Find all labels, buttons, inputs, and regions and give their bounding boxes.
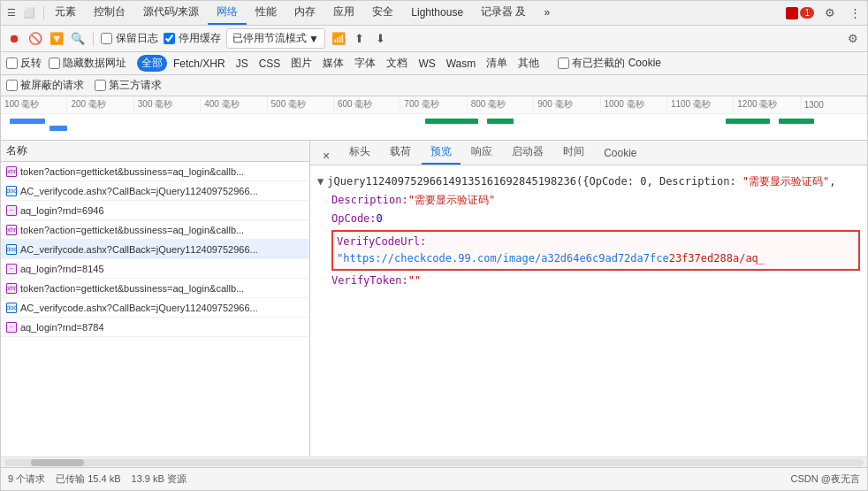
- horizontal-scrollbar[interactable]: [1, 456, 867, 467]
- download-icon[interactable]: ⬇: [373, 31, 389, 47]
- record-btn[interactable]: ⏺: [6, 31, 22, 47]
- tab-more[interactable]: »: [535, 3, 559, 24]
- disable-cache-group: 停用缓存: [164, 31, 221, 46]
- throttle-label: 已停用节流模式: [232, 31, 307, 46]
- tick-12: 1300: [801, 96, 867, 113]
- cookie-filter: 有已拦截的 Cookie: [558, 56, 661, 71]
- tab-sources[interactable]: 源代码/来源: [134, 1, 208, 25]
- description-key: Description:: [331, 192, 408, 209]
- detail-tab-timing[interactable]: 时间: [554, 141, 593, 165]
- cookie-checkbox[interactable]: [558, 58, 569, 69]
- toolbar-right: ⚙: [844, 30, 862, 48]
- request-row[interactable]: docAC_verifycode.ashx?CallBack=jQuery112…: [1, 240, 309, 259]
- credit-text: CSDN @夜无言: [791, 472, 860, 486]
- tab-network[interactable]: 网络: [208, 1, 247, 25]
- request-name: aq_login?rnd=8145: [20, 264, 304, 274]
- description-value: "需要显示验证码": [408, 192, 495, 209]
- tab-console[interactable]: 控制台: [85, 1, 134, 25]
- filter-css[interactable]: CSS: [255, 57, 286, 71]
- timeline-bar: [425, 119, 478, 124]
- tick-5: 600 毫秒: [334, 96, 400, 113]
- keep-log-checkbox[interactable]: [101, 33, 112, 44]
- tab-recorder[interactable]: 记录器 及: [472, 1, 535, 25]
- upload-icon[interactable]: ⬆: [352, 31, 368, 47]
- tick-3: 400 毫秒: [201, 96, 267, 113]
- filter-all[interactable]: 全部: [137, 55, 167, 72]
- device-icon[interactable]: ⬜: [22, 6, 36, 20]
- tab-memory[interactable]: 内存: [286, 1, 324, 25]
- detail-content: ▼ jQuery11240975296614913516169284519823…: [310, 165, 867, 297]
- filter-js[interactable]: JS: [232, 57, 253, 71]
- filter-media[interactable]: 媒体: [318, 55, 348, 72]
- filter-fetch-xhr[interactable]: Fetch/XHR: [169, 57, 230, 71]
- expand-toggle[interactable]: ▼: [317, 173, 324, 190]
- request-row[interactable]: xhrtoken?action=getticket&bussiness=aq_l…: [1, 220, 309, 240]
- tab-application[interactable]: 应用: [324, 1, 363, 25]
- badge-count: 1: [800, 7, 814, 19]
- toolbar: ⏺ 🚫 🔽 🔍 保留日志 停用缓存 已停用节流模式 ▼ 📶 ⬆ ⬇ ⚙: [1, 26, 867, 52]
- filter-icon[interactable]: 🔽: [49, 31, 65, 47]
- hidden-requests-checkbox[interactable]: [6, 80, 18, 91]
- tick-4: 500 毫秒: [268, 96, 334, 113]
- detail-tab-preview[interactable]: 预览: [422, 141, 461, 165]
- tab-performance[interactable]: 性能: [247, 1, 286, 25]
- detail-tab-payload[interactable]: 载荷: [381, 141, 420, 165]
- request-row[interactable]: xhrtoken?action=getticket&bussiness=aq_l…: [1, 279, 309, 298]
- request-row[interactable]: docAC_verifycode.ashx?CallBack=jQuery112…: [1, 181, 309, 201]
- filter-ws[interactable]: WS: [414, 57, 439, 71]
- clear-btn[interactable]: 🚫: [27, 31, 43, 47]
- throttle-dropdown[interactable]: 已停用节流模式 ▼: [226, 28, 325, 49]
- request-type-icon: doc: [6, 244, 17, 255]
- tab-lighthouse[interactable]: Lighthouse: [402, 3, 472, 24]
- tab-security[interactable]: 安全: [363, 1, 402, 25]
- filter-font[interactable]: 字体: [350, 55, 380, 72]
- tick-8: 900 毫秒: [534, 96, 600, 113]
- more-icon[interactable]: ⋮: [846, 4, 864, 22]
- filter-wasm[interactable]: Wasm: [442, 57, 481, 71]
- function-call-text: jQuery112409752966149135161692845198236(…: [327, 173, 835, 190]
- filter-img[interactable]: 图片: [286, 55, 316, 72]
- detail-tab-response[interactable]: 响应: [462, 141, 501, 165]
- json-verify-token: VerifyToken: "": [317, 272, 860, 290]
- filter-bar: 反转 隐藏数据网址 全部 Fetch/XHR JS CSS 图片 媒体 字体 文…: [1, 52, 867, 75]
- request-list-header: 名称: [1, 141, 309, 162]
- menu-icon[interactable]: ☰: [4, 6, 19, 20]
- tick-7: 800 毫秒: [468, 96, 534, 113]
- request-type-icon: xhr: [6, 166, 17, 177]
- request-name: AC_verifycode.ashx?CallBack=jQuery112409…: [20, 303, 304, 313]
- hidden-data-label: 隐藏数据网址: [63, 56, 126, 71]
- toolbar-settings-icon[interactable]: ⚙: [844, 30, 862, 48]
- request-row[interactable]: ~aq_login?rnd=8145: [1, 259, 309, 279]
- request-list: 名称 xhrtoken?action=getticket&bussiness=a…: [1, 141, 310, 456]
- detail-tab-headers[interactable]: 标头: [340, 141, 379, 165]
- tab-elements[interactable]: 元素: [46, 1, 85, 25]
- request-row[interactable]: ~aq_login?rnd=6946: [1, 201, 309, 220]
- settings-icon[interactable]: ⚙: [821, 4, 839, 22]
- filter-other[interactable]: 其他: [514, 55, 544, 72]
- third-party-checkbox[interactable]: [95, 80, 106, 91]
- verify-token-key: VerifyToken:: [331, 272, 408, 289]
- devtools-icons: ☰ ⬜: [4, 6, 44, 20]
- reverse-checkbox[interactable]: [6, 58, 18, 69]
- search-icon[interactable]: 🔍: [70, 31, 86, 47]
- disable-cache-checkbox[interactable]: [164, 33, 175, 44]
- json-opcode: OpCode: 0: [317, 210, 860, 228]
- hidden-data-checkbox[interactable]: [49, 58, 60, 69]
- request-name: AC_verifycode.ashx?CallBack=jQuery112409…: [20, 186, 304, 196]
- filter-manifest[interactable]: 清单: [482, 55, 512, 72]
- request-row[interactable]: docAC_verifycode.ashx?CallBack=jQuery112…: [1, 298, 309, 318]
- keep-log-group: 保留日志: [101, 31, 158, 46]
- request-row[interactable]: ~aq_login?rnd=8784: [1, 318, 309, 337]
- tick-2: 300 毫秒: [134, 96, 201, 113]
- scrollbar-thumb[interactable]: [31, 459, 84, 466]
- wifi-icon[interactable]: 📶: [331, 31, 346, 47]
- detail-tab-cookie[interactable]: Cookie: [595, 143, 645, 165]
- filter-doc[interactable]: 文档: [382, 55, 412, 72]
- request-row[interactable]: xhrtoken?action=getticket&bussiness=aq_l…: [1, 162, 309, 181]
- close-detail-btn[interactable]: ×: [317, 147, 335, 165]
- detail-tabs: × 标头 载荷 预览 响应 启动器 时间 Cookie: [310, 141, 867, 165]
- request-count: 9 个请求: [8, 472, 45, 486]
- filter-types: 全部 Fetch/XHR JS CSS 图片 媒体 字体 文档 WS Wasm …: [137, 55, 544, 72]
- menu-tabs: 元素 控制台 源代码/来源 网络 性能 内存 应用 安全 Lighthouse …: [46, 1, 784, 25]
- detail-tab-initiator[interactable]: 启动器: [503, 141, 552, 165]
